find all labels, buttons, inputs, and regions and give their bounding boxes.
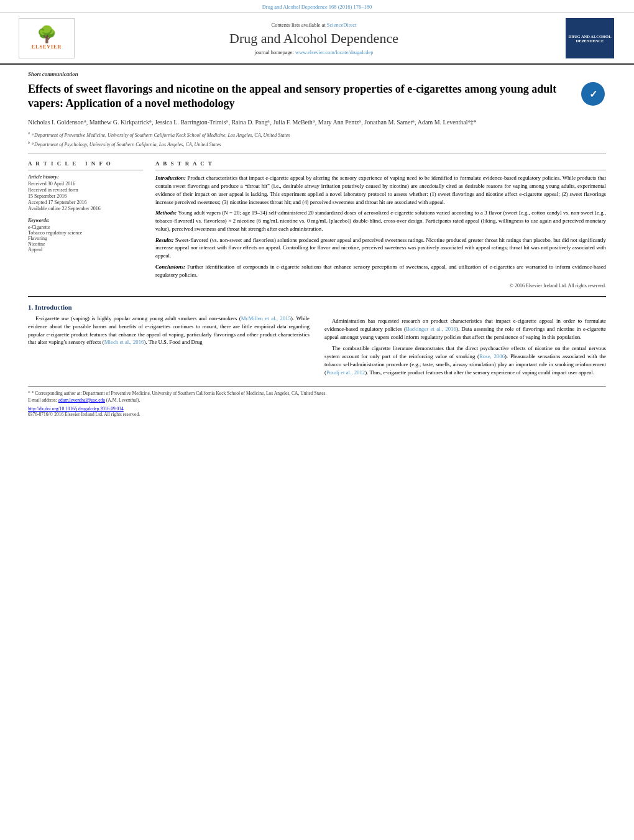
received-revised-label: Received in revised form <box>28 187 143 193</box>
authors: Nicholas I. Goldensonᵃ, Matthew G. Kirkp… <box>28 118 606 127</box>
intro-section-title: 1. Introduction <box>28 303 310 311</box>
abstract-intro: Introduction: Product characteristics th… <box>155 174 606 206</box>
body-text-col1: E-cigarette use (vaping) is highly popul… <box>28 315 310 346</box>
divider <box>28 154 606 154</box>
doi-link: http://dx.doi.org/10.1016/j.drugalcdep.2… <box>28 406 606 412</box>
corresponding-footnote: * * Corresponding author at: Department … <box>28 390 606 397</box>
ref-miech[interactable]: Miech et al., 2016 <box>104 339 144 345</box>
body-two-col: 1. Introduction E-cigarette use (vaping)… <box>28 303 606 380</box>
keyword-3: Flavoring <box>28 236 143 241</box>
ref-rose[interactable]: Rose, 2006 <box>479 353 505 359</box>
body-col-left: 1. Introduction E-cigarette use (vaping)… <box>28 303 310 380</box>
accepted-date: Accepted 17 September 2016 <box>28 200 143 205</box>
elsevier-label: ELSEVIER <box>32 44 62 50</box>
body-col-right: Administration has requested research on… <box>324 303 606 380</box>
abstract-copyright: © 2016 Elsevier Ireland Ltd. All rights … <box>155 282 606 290</box>
body-para-3: The combustible cigarette literature dem… <box>324 344 606 376</box>
body-text-col2: Administration has requested research on… <box>324 317 606 376</box>
journal-title: Drug and Alcohol Dependence <box>75 30 553 47</box>
revised-date: 15 September 2016 <box>28 193 143 199</box>
journal-reference: Drug and Alcohol Dependence 168 (2016) 1… <box>262 4 372 10</box>
abstract-methods: Methods: Young adult vapers (N = 20; age… <box>155 209 606 233</box>
info-abstract-cols: A R T I C L E I N F O Article history: R… <box>28 160 606 290</box>
journal-logo-right: DRUG AND ALCOHOL DEPENDENCE <box>566 18 615 58</box>
article-type: Short communication <box>28 71 606 77</box>
body-para-2: Administration has requested research on… <box>324 317 606 341</box>
abstract-col: A B S T R A C T Introduction: Product ch… <box>155 160 606 290</box>
abstract-conclusions: Conclusions: Further identification of c… <box>155 263 606 279</box>
journal-homepage: journal homepage: www.elsevier.com/locat… <box>75 49 553 55</box>
keyword-5: Appeal <box>28 247 143 252</box>
article-info-heading: A R T I C L E I N F O <box>28 160 143 167</box>
abstract-heading: A B S T R A C T <box>155 160 606 167</box>
footer-copyright: 0376-8716/© 2016 Elsevier Ireland Ltd. A… <box>28 412 606 417</box>
keywords-label: Keywords: <box>28 218 143 223</box>
article-info-col: A R T I C L E I N F O Article history: R… <box>28 160 143 290</box>
article-content: Short communication Effects of sweet fla… <box>0 65 634 423</box>
article-title: Effects of sweet flavorings and nicotine… <box>28 82 575 111</box>
ref-backinger[interactable]: Backinger et al., 2016 <box>406 326 456 332</box>
abstract-text: Introduction: Product characteristics th… <box>155 174 606 290</box>
keyword-4: Nicotine <box>28 241 143 247</box>
keyword-2: Tobacco regulatory science <box>28 230 143 236</box>
contents-available: Contents lists available at ScienceDirec… <box>75 22 553 28</box>
journal-center: Contents lists available at ScienceDirec… <box>75 22 553 55</box>
journal-header: 🌳 ELSEVIER Contents lists available at S… <box>0 13 634 65</box>
ref-mcmillen[interactable]: McMillen et al., 2015 <box>241 315 291 321</box>
available-date: Available online 22 September 2016 <box>28 206 143 211</box>
body-section: 1. Introduction E-cigarette use (vaping)… <box>28 296 606 417</box>
sciencedirect-link[interactable]: ScienceDirect <box>327 22 357 28</box>
crossmark-circle-icon: ✓ <box>581 82 605 106</box>
homepage-link[interactable]: www.elsevier.com/locate/drugalcdep <box>295 49 373 55</box>
article-history-label: Article history: <box>28 174 143 180</box>
email-footnote: E-mail address: adam.leventhal@usc.edu (… <box>28 397 606 404</box>
elsevier-tree-icon: 🌳 <box>37 27 57 43</box>
body-para-1: E-cigarette use (vaping) is highly popul… <box>28 315 310 346</box>
keyword-1: e-Cigarette <box>28 224 143 230</box>
intro-label: Introduction: <box>155 175 186 181</box>
page: Drug and Alcohol Dependence 168 (2016) 1… <box>0 0 634 840</box>
ref-przulj[interactable]: Przulj et al., 2012 <box>326 369 365 376</box>
doi-anchor[interactable]: http://dx.doi.org/10.1016/j.drugalcdep.2… <box>28 406 124 412</box>
elsevier-logo: 🌳 ELSEVIER <box>19 18 75 58</box>
drug-alcohol-logo: DRUG AND ALCOHOL DEPENDENCE <box>566 18 614 58</box>
received-date: Received 30 April 2016 <box>28 181 143 187</box>
footnote-section: * * Corresponding author at: Department … <box>28 386 606 417</box>
top-bar: Drug and Alcohol Dependence 168 (2016) 1… <box>0 0 634 13</box>
abstract-results: Results: Sweet-flavored (vs. non-sweet a… <box>155 236 606 260</box>
article-title-section: Effects of sweet flavorings and nicotine… <box>28 82 606 111</box>
affiliation-b: b ᵇ Department of Psychology, University… <box>28 140 606 148</box>
results-label: Results: <box>155 237 173 243</box>
methods-label: Methods: <box>155 210 177 216</box>
affiliation-a: a ᵃ Department of Preventive Medicine, U… <box>28 131 606 139</box>
email-link[interactable]: adam.leventhal@usc.edu <box>58 397 105 403</box>
crossmark-logo: ✓ <box>581 82 606 107</box>
conclusions-label: Conclusions: <box>155 264 185 270</box>
